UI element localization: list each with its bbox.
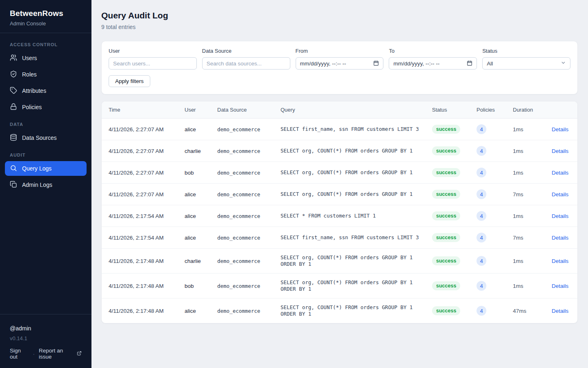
chevron-down-icon	[561, 60, 566, 67]
sidebar-item-label: Data Sources	[22, 135, 57, 141]
status-badge: success	[432, 306, 460, 315]
lock-icon	[10, 103, 17, 112]
row-time: 4/11/2026, 2:27:07 AM	[102, 140, 178, 162]
sidebar-item-query-logs[interactable]: Query Logs	[5, 161, 87, 176]
report-issue-label: Report an issue	[39, 348, 75, 360]
calendar-icon	[467, 60, 472, 67]
sidebar-nav: ACCESS CONTROL Users Roles Attributes	[0, 33, 91, 314]
row-data-source: demo_ecommerce	[211, 274, 274, 298]
status-filter-field: Status All	[482, 48, 570, 70]
row-query: SELECT * FROM customers LIMIT 1	[274, 205, 425, 227]
details-link[interactable]: Details	[552, 258, 568, 264]
row-duration: 1ms	[506, 119, 545, 140]
nav-section-title: AUDIT	[5, 148, 87, 161]
status-select-value: All	[487, 61, 493, 67]
user-filter-label: User	[109, 48, 197, 54]
nav-section-data: DATA Data Sources	[5, 117, 87, 145]
row-duration: 7ms	[506, 184, 545, 205]
status-badge: success	[432, 281, 460, 290]
apply-filters-button[interactable]: Apply filters	[109, 75, 150, 87]
row-user: bob	[178, 162, 211, 184]
table-row: 4/11/2026, 2:17:54 AM alice demo_ecommer…	[102, 227, 577, 249]
row-data-source: demo_ecommerce	[211, 162, 274, 184]
nav-section-access-control: ACCESS CONTROL Users Roles Attributes	[5, 37, 87, 114]
row-query: SELECT org, COUNT(*) FROM orders GROUP B…	[274, 298, 425, 323]
row-time: 4/11/2026, 2:27:07 AM	[102, 162, 178, 184]
details-link[interactable]: Details	[552, 283, 568, 289]
status-badge: success	[432, 256, 460, 265]
details-link[interactable]: Details	[552, 170, 568, 176]
sidebar-item-data-sources[interactable]: Data Sources	[5, 130, 87, 145]
row-query: SELECT org, COUNT(*) FROM orders GROUP B…	[274, 274, 425, 298]
shield-check-icon	[10, 70, 17, 79]
row-query: SELECT first_name, ssn FROM customers LI…	[274, 227, 425, 249]
calendar-icon	[373, 60, 379, 67]
row-user: charlie	[178, 249, 211, 274]
details-link[interactable]: Details	[552, 308, 568, 314]
to-filter-field: To mm/dd/yyyy, --:-- --	[389, 48, 477, 70]
sidebar-item-policies[interactable]: Policies	[5, 100, 87, 114]
row-user: charlie	[178, 140, 211, 162]
table-row: 4/11/2026, 2:17:54 AM alice demo_ecommer…	[102, 205, 577, 227]
brand-subtitle: Admin Console	[10, 20, 82, 27]
user-filter-field: User	[109, 48, 197, 70]
policies-count-badge: 4	[477, 306, 486, 316]
audit-log-table: Time User Data Source Query Status Polic…	[102, 101, 577, 323]
table-row: 4/11/2026, 2:17:48 AM bob demo_ecommerce…	[102, 274, 577, 298]
column-header-time: Time	[102, 101, 178, 119]
footer-separator: ·	[33, 351, 35, 357]
audit-log-table-card: Time User Data Source Query Status Polic…	[101, 101, 578, 323]
details-link[interactable]: Details	[552, 126, 568, 132]
report-issue-link[interactable]: Report an issue	[39, 348, 82, 360]
row-duration: 47ms	[506, 298, 545, 323]
policies-count-badge: 4	[477, 146, 486, 156]
brand-logo: BetweenRows	[10, 9, 82, 18]
data-source-search-input[interactable]	[202, 57, 290, 70]
details-link[interactable]: Details	[552, 191, 568, 197]
status-badge: success	[432, 168, 460, 177]
data-source-filter-field: Data Source	[202, 48, 290, 70]
users-icon	[10, 54, 17, 63]
table-row: 4/11/2026, 2:27:07 AM bob demo_ecommerce…	[102, 162, 577, 184]
row-data-source: demo_ecommerce	[211, 119, 274, 140]
table-header-row: Time User Data Source Query Status Polic…	[102, 101, 577, 119]
status-badge: success	[432, 125, 460, 134]
from-filter-field: From mm/dd/yyyy, --:-- --	[296, 48, 384, 70]
column-header-policies: Policies	[470, 101, 506, 119]
status-filter-label: Status	[482, 48, 570, 54]
row-query: SELECT org, COUNT(*) FROM orders GROUP B…	[274, 162, 425, 184]
table-row: 4/11/2026, 2:27:07 AM alice demo_ecommer…	[102, 184, 577, 205]
from-datetime-value: mm/dd/yyyy, --:-- --	[300, 61, 346, 67]
table-body: 4/11/2026, 2:27:07 AM alice demo_ecommer…	[102, 119, 577, 323]
details-link[interactable]: Details	[552, 235, 568, 241]
status-badge: success	[432, 211, 460, 220]
row-user: bob	[178, 274, 211, 298]
sidebar-item-roles[interactable]: Roles	[5, 67, 87, 82]
details-link[interactable]: Details	[552, 148, 568, 154]
details-link[interactable]: Details	[552, 213, 568, 219]
sidebar-item-attributes[interactable]: Attributes	[5, 83, 87, 98]
policies-count-badge: 4	[477, 233, 486, 242]
user-search-input[interactable]	[109, 57, 197, 70]
row-duration: 1ms	[506, 205, 545, 227]
policies-count-badge: 4	[477, 281, 486, 291]
row-data-source: demo_ecommerce	[211, 249, 274, 274]
policies-count-badge: 4	[477, 168, 486, 177]
sidebar-item-users[interactable]: Users	[5, 51, 87, 65]
from-datetime-input[interactable]: mm/dd/yyyy, --:-- --	[296, 57, 384, 70]
policies-count-badge: 4	[477, 189, 486, 199]
status-select[interactable]: All	[482, 57, 570, 70]
column-header-data-source: Data Source	[211, 101, 274, 119]
sidebar-item-admin-logs[interactable]: Admin Logs	[5, 177, 87, 192]
external-link-icon	[77, 351, 82, 357]
policies-count-badge: 4	[477, 124, 486, 134]
data-source-filter-label: Data Source	[202, 48, 290, 54]
tag-icon	[10, 87, 17, 95]
column-header-user: User	[178, 101, 211, 119]
row-query: SELECT org, COUNT(*) FROM orders GROUP B…	[274, 249, 425, 274]
sign-out-link[interactable]: Sign out	[10, 348, 29, 360]
column-header-details	[545, 101, 577, 119]
app-version: v0.14.1	[10, 335, 82, 341]
to-datetime-input[interactable]: mm/dd/yyyy, --:-- --	[389, 57, 477, 70]
entries-count: 9 total entries	[101, 24, 578, 30]
